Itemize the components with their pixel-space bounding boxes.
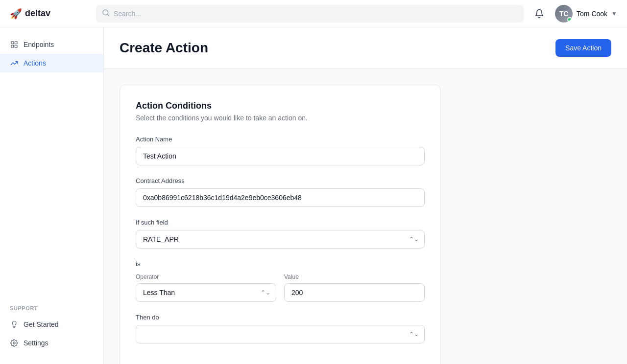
then-do-select-wrapper: ⌃⌄ — [136, 325, 425, 343]
chevron-down-icon: ▼ — [611, 10, 617, 17]
if-such-field-label: If such field — [136, 219, 425, 226]
action-name-field: Action Name — [136, 136, 425, 165]
section-subtitle: Select the conditions you would like to … — [136, 114, 425, 122]
main-layout: Endpoints Actions Support — [0, 27, 627, 364]
operator-select[interactable]: Less Than Greater Than Equals — [136, 283, 276, 302]
search-icon — [102, 9, 110, 19]
page-title: Create Action — [120, 40, 208, 56]
sidebar-support: Support Get Started Settings — [0, 297, 103, 356]
svg-rect-4 — [15, 45, 17, 47]
sidebar-item-get-started-label: Get Started — [24, 320, 59, 328]
value-input[interactable] — [284, 283, 425, 302]
sidebar-item-endpoints-label: Endpoints — [24, 41, 54, 48]
value-col: Value — [284, 273, 425, 302]
notifications-button[interactable] — [531, 6, 547, 22]
search-input[interactable] — [114, 10, 518, 18]
sidebar-item-actions-label: Actions — [24, 59, 46, 67]
contract-address-label: Contract Address — [136, 177, 425, 184]
avatar: TC — [555, 5, 573, 23]
is-label: is — [136, 260, 425, 268]
then-do-label: Then do — [136, 314, 425, 321]
sidebar: Endpoints Actions Support — [0, 27, 104, 364]
form-container: Action Conditions Select the conditions … — [104, 69, 457, 364]
operator-select-wrapper: Less Than Greater Than Equals ⌃⌄ — [136, 283, 276, 302]
sidebar-item-settings-label: Settings — [24, 339, 48, 347]
operator-col: Operator Less Than Greater Than Equals ⌃… — [136, 273, 276, 302]
operator-value-row: Operator Less Than Greater Than Equals ⌃… — [136, 273, 425, 302]
value-col-label: Value — [284, 273, 425, 280]
if-such-field-select[interactable]: RATE_APR — [136, 230, 425, 249]
is-operator-field: is Operator Less Than Greater Than Equal… — [136, 260, 425, 302]
contract-address-input[interactable] — [136, 188, 425, 207]
user-menu[interactable]: TC Tom Cook ▼ — [555, 5, 617, 23]
endpoints-icon — [10, 40, 19, 49]
topnav: 🚀 deltav TC Tom Cook ▼ — [0, 0, 627, 27]
support-section-label: Support — [0, 301, 103, 315]
nav-right: TC Tom Cook ▼ — [531, 5, 617, 23]
sidebar-nav: Endpoints Actions — [0, 35, 103, 297]
search-area[interactable] — [96, 5, 524, 23]
sidebar-item-settings[interactable]: Settings — [0, 334, 103, 352]
if-such-field-field: If such field RATE_APR ⌃⌄ — [136, 219, 425, 249]
online-indicator — [567, 17, 572, 22]
svg-point-8 — [13, 342, 15, 344]
main-content: Create Action Save Action Action Conditi… — [104, 27, 627, 364]
if-such-field-select-wrapper: RATE_APR ⌃⌄ — [136, 230, 425, 249]
logo-icon: 🚀 — [10, 8, 22, 20]
actions-icon — [10, 59, 19, 68]
gear-icon — [10, 339, 19, 347]
then-do-select[interactable] — [136, 325, 425, 343]
svg-rect-2 — [11, 42, 14, 44]
operator-col-label: Operator — [136, 273, 276, 280]
sidebar-item-get-started[interactable]: Get Started — [0, 315, 103, 334]
page-header: Create Action Save Action — [104, 27, 627, 69]
app-name: deltav — [25, 8, 50, 19]
svg-line-1 — [107, 14, 109, 16]
section-title: Action Conditions — [136, 101, 425, 111]
action-name-input[interactable] — [136, 147, 425, 165]
contract-address-field: Contract Address — [136, 177, 425, 207]
form-card: Action Conditions Select the conditions … — [120, 85, 441, 364]
svg-rect-5 — [11, 45, 14, 47]
svg-rect-3 — [15, 42, 17, 44]
action-name-label: Action Name — [136, 136, 425, 143]
then-do-field: Then do ⌃⌄ — [136, 314, 425, 343]
logo: 🚀 deltav — [10, 8, 88, 20]
user-name: Tom Cook — [577, 10, 607, 18]
sidebar-item-actions[interactable]: Actions — [0, 54, 103, 72]
lightbulb-icon — [10, 320, 19, 329]
sidebar-item-endpoints[interactable]: Endpoints — [0, 35, 103, 54]
save-action-button[interactable]: Save Action — [555, 39, 611, 57]
